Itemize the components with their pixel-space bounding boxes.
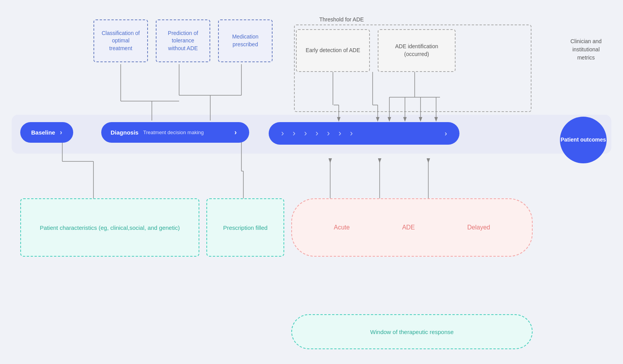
- baseline-arrow-icon: ›: [60, 128, 62, 136]
- diagnosis-arrow-icon: ›: [234, 128, 237, 136]
- medication-box: Medication prescribed: [218, 19, 273, 62]
- diagnosis-label: Diagnosis: [111, 129, 139, 136]
- outcomes-label: Patient outcomes: [561, 136, 606, 144]
- prediction-label: Prediction of tolerance without ADE: [163, 30, 203, 52]
- clinician-metrics-label: Clinician andinstitutionalmetrics: [555, 37, 617, 62]
- early-detection-box: Early detection of ADE: [296, 29, 370, 72]
- treatment-end-arrow-icon: ›: [445, 130, 447, 138]
- treatment-arrows-pill: › › › › › › › ›: [269, 122, 459, 145]
- ade-outcomes-box: Acute ADE Delayed: [291, 198, 533, 257]
- classification-box: Classification of optimal treatment: [93, 19, 148, 62]
- prescription-filled-box: Prescription filled: [206, 198, 284, 257]
- diagram-container: Classification of optimal treatment Pred…: [0, 0, 623, 364]
- acute-label: Acute: [334, 224, 350, 231]
- patient-characteristics-box: Patient characteristics (eg, clinical,so…: [20, 198, 199, 257]
- top-blue-boxes: Classification of optimal treatment Pred…: [93, 19, 273, 62]
- ade-identification-label: ADE identification (occurred): [385, 43, 449, 58]
- baseline-pill: Baseline ›: [20, 122, 73, 143]
- ade-boxes: Early detection of ADE ADE identificatio…: [296, 29, 456, 72]
- patient-characteristics-label: Patient characteristics (eg, clinical,so…: [40, 224, 180, 231]
- threshold-label: Threshold for ADE: [319, 16, 364, 23]
- medication-label: Medication prescribed: [225, 33, 266, 48]
- prescription-label: Prescription filled: [223, 224, 268, 231]
- patient-outcomes-circle: Patient outcomes: [560, 117, 607, 163]
- ade-label: ADE: [402, 224, 415, 231]
- delayed-label: Delayed: [467, 224, 490, 231]
- baseline-label: Baseline: [31, 129, 55, 136]
- prediction-box: Prediction of tolerance without ADE: [156, 19, 210, 62]
- ade-identification-box: ADE identification (occurred): [378, 29, 456, 72]
- treatment-arrows: › › › › › › ›: [281, 128, 356, 138]
- therapeutic-window-box: Window of therapeutic response: [291, 314, 533, 349]
- diagnosis-treatment-pill: Diagnosis Treatment decision making ›: [101, 122, 249, 143]
- classification-label: Classification of optimal treatment: [100, 30, 141, 52]
- therapeutic-window-label: Window of therapeutic response: [370, 329, 454, 335]
- treatment-decision-label: Treatment decision making: [143, 130, 204, 135]
- early-detection-label: Early detection of ADE: [306, 47, 360, 54]
